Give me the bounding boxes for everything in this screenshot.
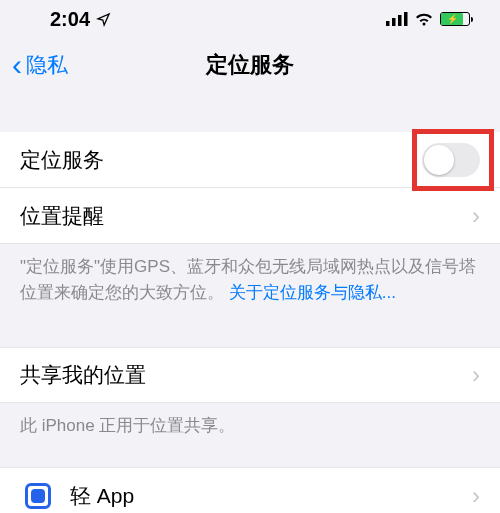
page-title: 定位服务 xyxy=(0,50,500,80)
location-arrow-icon xyxy=(96,12,111,27)
location-services-toggle[interactable] xyxy=(422,143,480,177)
cellular-signal-icon xyxy=(386,12,408,26)
svg-rect-1 xyxy=(392,18,396,26)
svg-rect-3 xyxy=(404,12,408,26)
location-alerts-row[interactable]: 位置提醒 › xyxy=(0,188,500,244)
status-bar: 2:04 ⚡ xyxy=(0,0,500,38)
spacer xyxy=(0,92,500,132)
battery-icon: ⚡ xyxy=(440,12,470,26)
qing-app-icon xyxy=(20,478,56,514)
row-label: 共享我的位置 xyxy=(20,361,146,389)
chevron-right-icon: › xyxy=(472,361,480,389)
privacy-link[interactable]: 关于定位服务与隐私... xyxy=(229,283,396,302)
svg-rect-0 xyxy=(386,21,390,26)
footer-explanation: "定位服务"使用GPS、蓝牙和众包无线局域网热点以及信号塔位置来确定您的大致方位… xyxy=(0,244,500,319)
back-label: 隐私 xyxy=(26,51,68,79)
toggle-knob xyxy=(424,145,454,175)
group-gap xyxy=(0,457,500,467)
location-services-row[interactable]: 定位服务 xyxy=(0,132,500,188)
row-label: 位置提醒 xyxy=(20,202,104,230)
share-footer-note: 此 iPhone 正用于位置共享。 xyxy=(0,403,500,457)
battery-charging-icon: ⚡ xyxy=(447,14,458,24)
back-button[interactable]: ‹ 隐私 xyxy=(0,50,68,80)
nav-bar: ‹ 隐私 定位服务 xyxy=(0,38,500,92)
row-label: 定位服务 xyxy=(20,146,104,174)
chevron-right-icon: › xyxy=(472,482,480,510)
status-time-group: 2:04 xyxy=(50,8,111,31)
chevron-right-icon: › xyxy=(472,202,480,230)
wifi-icon xyxy=(414,12,434,26)
group-gap xyxy=(0,319,500,347)
svg-rect-2 xyxy=(398,15,402,26)
status-icons: ⚡ xyxy=(386,12,470,26)
chevron-left-icon: ‹ xyxy=(12,50,22,80)
qing-app-row[interactable]: 轻 App › xyxy=(0,467,500,514)
status-time: 2:04 xyxy=(50,8,90,31)
app-label: 轻 App xyxy=(70,482,134,510)
share-my-location-row[interactable]: 共享我的位置 › xyxy=(0,347,500,403)
